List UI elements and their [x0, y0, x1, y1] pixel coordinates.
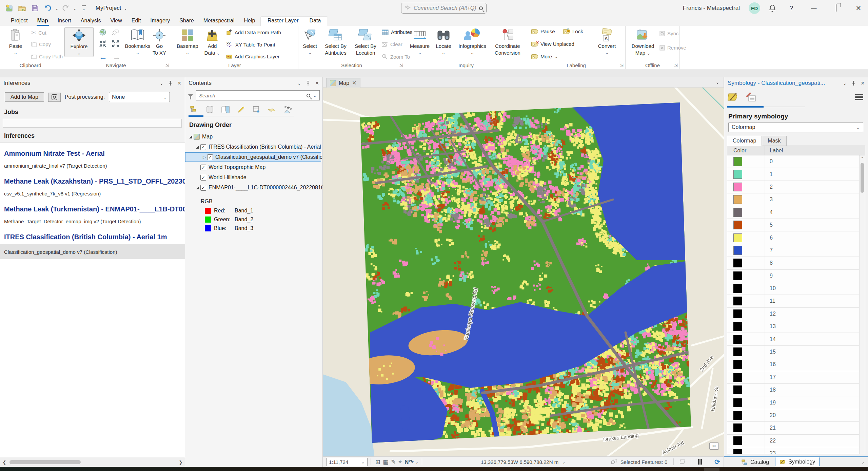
layer-tree-row[interactable]: ▷✓Classification_geospatial_demo v7 (Cla…: [185, 152, 322, 162]
add-data-from-path-button[interactable]: Add Data From Path: [226, 29, 281, 35]
expander-open-icon[interactable]: [189, 135, 192, 138]
class-color-swatch[interactable]: [733, 385, 742, 394]
tab-view[interactable]: View: [105, 17, 126, 26]
post-processing-dropdown[interactable]: None ⌄: [109, 92, 170, 102]
class-value-label[interactable]: 21: [765, 422, 865, 434]
layer-visibility-checkbox[interactable]: ✓: [200, 165, 206, 170]
colormap-row[interactable]: 20: [727, 409, 865, 422]
tab-help[interactable]: Help: [239, 17, 260, 26]
class-color-swatch[interactable]: [733, 322, 742, 331]
bookmarks-dropdown-icon[interactable]: ⌄: [136, 51, 140, 55]
map-coordinates[interactable]: 13,326,779.53W 6,590,788.22N m ⌄: [481, 459, 566, 465]
panel-pin-icon[interactable]: [168, 81, 173, 86]
download-map-button[interactable]: Download Map ⌄: [628, 28, 657, 56]
more-labeling-button[interactable]: More⌄: [531, 54, 558, 59]
pause-drawing-icon[interactable]: [698, 459, 702, 465]
list-by-drawing-order-icon[interactable]: [189, 105, 200, 115]
add-to-map-button[interactable]: Add to Map: [5, 92, 44, 102]
contextual-tab-raster-layer[interactable]: Raster Layer: [262, 17, 304, 26]
contextual-tab-data[interactable]: Data: [304, 17, 327, 26]
locate-dropdown-icon[interactable]: ⌄: [442, 51, 446, 55]
panel-close-icon[interactable]: ✕: [861, 80, 865, 86]
vary-symbology-tab-icon[interactable]: [745, 92, 756, 102]
clear-selected-icon[interactable]: [680, 459, 686, 465]
redo-dropdown-icon[interactable]: ⌄: [73, 6, 77, 11]
class-value-label[interactable]: 3: [765, 193, 865, 206]
colormap-row[interactable]: 21: [727, 422, 865, 434]
class-color-swatch[interactable]: [733, 195, 742, 204]
class-value-label[interactable]: 19: [765, 396, 865, 409]
colormap-row[interactable]: 2: [727, 181, 865, 193]
class-color-swatch[interactable]: [733, 170, 742, 179]
colormap-row[interactable]: 15: [727, 346, 865, 358]
colormap-row[interactable]: 10: [727, 282, 865, 295]
class-color-swatch[interactable]: [733, 284, 742, 293]
convert-labels-button[interactable]: A Convert ⌄: [595, 28, 619, 55]
tab-symbology[interactable]: Symbology: [775, 457, 820, 466]
inference-model[interactable]: ammonium_nitrate_final v7 (Target Detect…: [0, 157, 185, 171]
tab-edit[interactable]: Edit: [127, 17, 146, 26]
colormap-row[interactable]: 13: [727, 320, 865, 333]
class-value-label[interactable]: 7: [765, 244, 865, 257]
avatar[interactable]: FD: [749, 2, 760, 14]
class-color-swatch[interactable]: [733, 297, 742, 305]
remove-offline-button[interactable]: Remove: [659, 45, 686, 51]
class-value-label[interactable]: 10: [765, 282, 865, 295]
full-extent-globe-button[interactable]: [99, 29, 106, 36]
layer-tree-row[interactable]: ✓ENMAP01-____L1C-DT0000002446_20220810T1…: [185, 183, 322, 193]
class-value-label[interactable]: 6: [765, 231, 865, 244]
class-value-label[interactable]: 15: [765, 346, 865, 358]
select-dropdown-icon[interactable]: ⌄: [308, 51, 312, 55]
vscroll-thumb[interactable]: [861, 163, 864, 193]
colormap-row[interactable]: 11: [727, 295, 865, 307]
inference-title[interactable]: Methane Leak (Kazakhstan) - PRS_L1_STD_O…: [0, 171, 185, 185]
chevron-down-icon[interactable]: ⌄: [313, 93, 317, 98]
class-color-swatch[interactable]: [733, 335, 742, 344]
explore-dropdown-icon[interactable]: ⌄: [77, 51, 81, 55]
map-tab-close-icon[interactable]: ✕: [352, 80, 356, 86]
layer-tree-row[interactable]: ✓World Topographic Map: [185, 162, 322, 172]
notifications-icon[interactable]: [769, 4, 776, 12]
map-notification-icon[interactable]: ✉: [709, 442, 719, 450]
hscroll-thumb[interactable]: [9, 460, 81, 464]
tab-share[interactable]: Share: [175, 17, 199, 26]
paste-button[interactable]: Paste ⌄: [5, 28, 26, 55]
panel-pin-icon[interactable]: [851, 81, 856, 86]
map-scale-select[interactable]: 1:11,724 ⌄: [326, 458, 368, 466]
layer-visibility-checkbox[interactable]: ✓: [200, 185, 206, 191]
expander-open-icon[interactable]: [196, 146, 199, 149]
class-color-swatch[interactable]: [733, 423, 742, 432]
clear-selection-button[interactable]: Clear: [382, 41, 402, 47]
class-value-label[interactable]: 2: [765, 181, 865, 193]
class-value-label[interactable]: 9: [765, 270, 865, 282]
class-value-label[interactable]: 14: [765, 333, 865, 345]
new-project-icon[interactable]: [3, 3, 15, 14]
colormap-row[interactable]: 3: [727, 193, 865, 206]
minimize-button[interactable]: —: [807, 5, 821, 12]
class-value-label[interactable]: 17: [765, 371, 865, 383]
class-value-label[interactable]: 0: [765, 155, 865, 168]
tab-insert[interactable]: Insert: [53, 17, 76, 26]
project-title[interactable]: MyProject⌄: [96, 5, 127, 12]
copy-path-button[interactable]: Copy Path: [31, 54, 63, 59]
colormap-row[interactable]: 19: [727, 396, 865, 409]
layer-visibility-checkbox[interactable]: ✓: [207, 154, 213, 160]
class-value-label[interactable]: 5: [765, 219, 865, 231]
inference-title[interactable]: Methane Leak (Turkmenistan) - ENMAP01-__…: [0, 199, 185, 213]
expander-open-icon[interactable]: [196, 186, 199, 189]
list-by-selection-icon[interactable]: [220, 105, 231, 115]
undo-dropdown-icon[interactable]: ⌄: [55, 6, 59, 11]
expander-closed-icon[interactable]: ▷: [201, 155, 207, 159]
class-value-label[interactable]: 13: [765, 320, 865, 333]
explore-button[interactable]: Explore ⌄: [64, 27, 94, 57]
class-color-swatch[interactable]: [733, 373, 742, 382]
class-color-swatch[interactable]: [733, 246, 742, 255]
panel-close-icon[interactable]: ✕: [177, 80, 181, 86]
go-to-xy-button[interactable]: Go To XY: [151, 28, 168, 56]
locate-button[interactable]: Locate ⌄: [434, 28, 453, 55]
class-color-swatch[interactable]: [733, 208, 742, 217]
basemap-button[interactable]: Basemap ⌄: [175, 28, 200, 55]
snapping-icon[interactable]: ⌖: [399, 458, 402, 465]
class-color-swatch[interactable]: [733, 271, 742, 280]
tab-project[interactable]: Project: [6, 17, 33, 26]
